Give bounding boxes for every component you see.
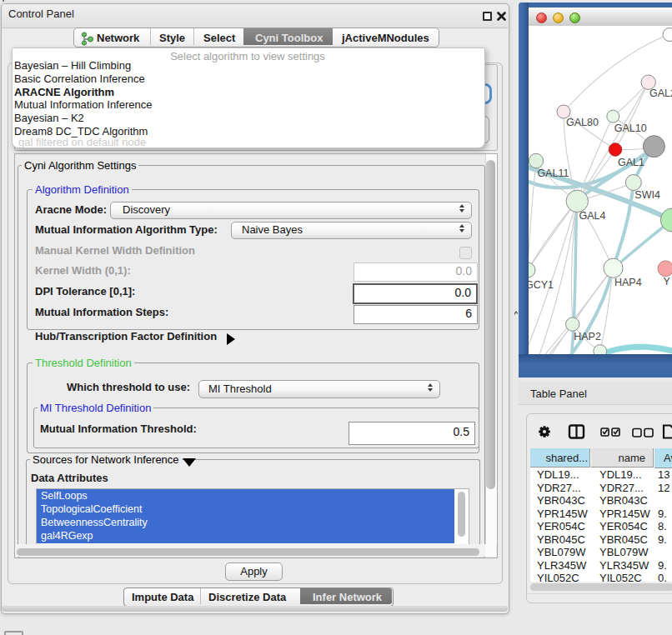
svg-text:GAL4: GAL4 bbox=[579, 210, 606, 222]
svg-text:GAL10: GAL10 bbox=[614, 122, 647, 134]
svg-text:GAL80: GAL80 bbox=[566, 117, 599, 128]
svg-text:HAP2: HAP2 bbox=[574, 331, 601, 342]
svg-text:GAL11: GAL11 bbox=[537, 168, 569, 179]
svg-text:SWI4: SWI4 bbox=[634, 189, 660, 201]
svg-text:GAL2: GAL2 bbox=[649, 88, 672, 99]
svg-text:HAP4: HAP4 bbox=[614, 277, 642, 288]
svg-text:GCY1: GCY1 bbox=[529, 279, 554, 291]
svg-text:GAL1: GAL1 bbox=[618, 157, 644, 168]
svg-text:Y: Y bbox=[664, 276, 671, 288]
